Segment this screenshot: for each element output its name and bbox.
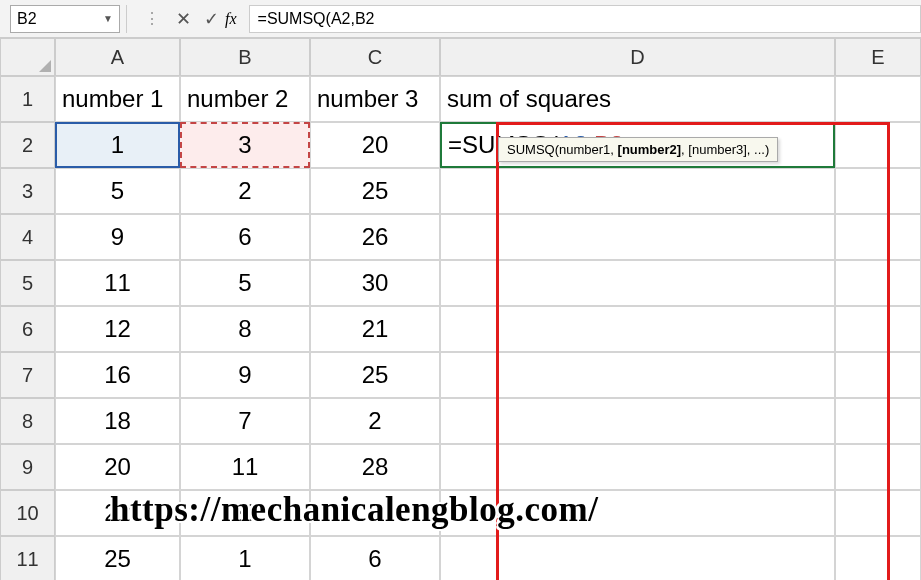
col-header-D[interactable]: D	[440, 38, 835, 76]
cell-B3[interactable]: 2	[180, 168, 310, 214]
cancel-button[interactable]: ✕	[169, 5, 197, 33]
cell-E3[interactable]	[835, 168, 921, 214]
cell-C8[interactable]: 2	[310, 398, 440, 444]
cell-B11[interactable]: 1	[180, 536, 310, 580]
cell-C7[interactable]: 25	[310, 352, 440, 398]
cell-E5[interactable]	[835, 260, 921, 306]
tooltip-prefix: SUMSQ(number1,	[507, 142, 618, 157]
cell-D3[interactable]	[440, 168, 835, 214]
cell-B9[interactable]: 11	[180, 444, 310, 490]
chevron-down-icon[interactable]: ▼	[103, 13, 113, 24]
row-header-6[interactable]: 6	[0, 306, 55, 352]
row-header-5[interactable]: 5	[0, 260, 55, 306]
cell-B1[interactable]: number 2	[180, 76, 310, 122]
cell-C11[interactable]: 6	[310, 536, 440, 580]
row-header-10[interactable]: 10	[0, 490, 55, 536]
row-header-11[interactable]: 11	[0, 536, 55, 580]
cell-A6[interactable]: 12	[55, 306, 180, 352]
cell-E11[interactable]	[835, 536, 921, 580]
cell-C4[interactable]: 26	[310, 214, 440, 260]
row-header-7[interactable]: 7	[0, 352, 55, 398]
cell-A1[interactable]: number 1	[55, 76, 180, 122]
cell-B2[interactable]: 3	[180, 122, 310, 168]
formula-input[interactable]: =SUMSQ(A2,B2	[249, 5, 921, 33]
row-headers: 1 2 3 4 5 6 7 8 9 10 11	[0, 76, 55, 580]
cell-E7[interactable]	[835, 352, 921, 398]
name-box[interactable]: B2 ▼	[10, 5, 120, 33]
cell-A9[interactable]: 20	[55, 444, 180, 490]
cell-A4[interactable]: 9	[55, 214, 180, 260]
tooltip-suffix: , [number3], ...)	[681, 142, 769, 157]
fx-icon[interactable]: fx	[225, 10, 237, 28]
formula-input-text: =SUMSQ(A2,B2	[258, 10, 375, 28]
cell-D11[interactable]	[440, 536, 835, 580]
cell-E2[interactable]	[835, 122, 921, 168]
col-header-C[interactable]: C	[310, 38, 440, 76]
cell-A5[interactable]: 11	[55, 260, 180, 306]
cell-C6[interactable]: 21	[310, 306, 440, 352]
cell-E4[interactable]	[835, 214, 921, 260]
cell-B4[interactable]: 6	[180, 214, 310, 260]
cell-D4[interactable]	[440, 214, 835, 260]
tooltip-bold: [number2]	[618, 142, 682, 157]
column-headers-row: A B C D E	[0, 38, 921, 76]
separator	[126, 5, 132, 33]
col-header-B[interactable]: B	[180, 38, 310, 76]
cell-C1[interactable]: number 3	[310, 76, 440, 122]
cell-C9[interactable]: 28	[310, 444, 440, 490]
cell-E9[interactable]	[835, 444, 921, 490]
cell-E6[interactable]	[835, 306, 921, 352]
row-header-2[interactable]: 2	[0, 122, 55, 168]
cell-D7[interactable]	[440, 352, 835, 398]
cell-E10[interactable]	[835, 490, 921, 536]
col-header-A[interactable]: A	[55, 38, 180, 76]
cell-B6[interactable]: 8	[180, 306, 310, 352]
col-header-E[interactable]: E	[835, 38, 921, 76]
cell-A3[interactable]: 5	[55, 168, 180, 214]
formula-bar: B2 ▼ ⋮ ✕ ✓ fx =SUMSQ(A2,B2	[0, 0, 921, 38]
cell-D5[interactable]	[440, 260, 835, 306]
cell-B5[interactable]: 5	[180, 260, 310, 306]
enter-button[interactable]: ✓	[197, 5, 225, 33]
watermark: https://mechanicalengblog.com/	[110, 490, 598, 530]
row-header-1[interactable]: 1	[0, 76, 55, 122]
cell-D6[interactable]	[440, 306, 835, 352]
cell-D8[interactable]	[440, 398, 835, 444]
select-all-corner[interactable]	[0, 38, 55, 76]
row-header-9[interactable]: 9	[0, 444, 55, 490]
cell-D9[interactable]	[440, 444, 835, 490]
cell-A11[interactable]: 25	[55, 536, 180, 580]
cell-C5[interactable]: 30	[310, 260, 440, 306]
cell-E1[interactable]	[835, 76, 921, 122]
cell-B7[interactable]: 9	[180, 352, 310, 398]
row-header-3[interactable]: 3	[0, 168, 55, 214]
cell-A8[interactable]: 18	[55, 398, 180, 444]
cell-C2[interactable]: 20	[310, 122, 440, 168]
cell-E8[interactable]	[835, 398, 921, 444]
function-tooltip: SUMSQ(number1, [number2], [number3], ...…	[498, 137, 778, 162]
cell-A7[interactable]: 16	[55, 352, 180, 398]
drag-handle-icon[interactable]: ⋮	[144, 9, 161, 28]
cell-B8[interactable]: 7	[180, 398, 310, 444]
name-box-value: B2	[17, 10, 37, 28]
row-header-8[interactable]: 8	[0, 398, 55, 444]
row-header-4[interactable]: 4	[0, 214, 55, 260]
cell-A2[interactable]: 1	[55, 122, 180, 168]
cell-D1[interactable]: sum of squares	[440, 76, 835, 122]
cell-C3[interactable]: 25	[310, 168, 440, 214]
